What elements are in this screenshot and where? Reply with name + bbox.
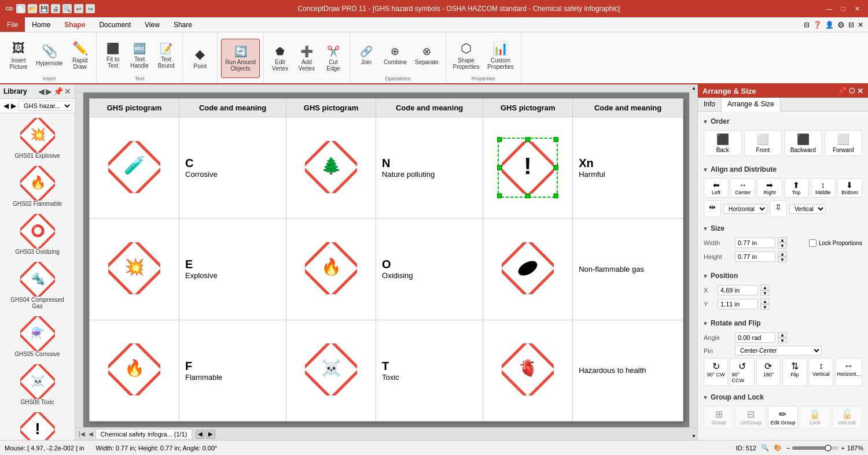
panel-collapse-icon[interactable]: ⊟ [848, 21, 854, 29]
tab-first-btn[interactable]: |◀ [78, 431, 86, 437]
library-left-arrow[interactable]: ◀ [3, 102, 9, 110]
menu-view[interactable]: View [138, 17, 167, 32]
width-input[interactable] [735, 238, 775, 248]
library-item-ghs02[interactable]: 🔥 GHS02 Flammable [6, 164, 69, 209]
menu-home[interactable]: Home [25, 17, 57, 32]
ribbon-collapse-icon[interactable]: ⊟ [804, 21, 810, 29]
text-handle-btn[interactable]: 🔤 TextHandle [127, 36, 152, 75]
width-down-btn[interactable]: ▼ [778, 243, 787, 249]
panel-close-icon-right[interactable]: ✕ [857, 87, 863, 95]
insert-picture-btn[interactable]: 🖼 InsertPicture [6, 36, 31, 75]
angle-up-btn[interactable]: ▲ [778, 332, 787, 338]
fit-to-text-btn[interactable]: ⬛ Fit toText [100, 36, 126, 75]
group-btn[interactable]: ⊞ Group [704, 406, 734, 428]
cell-sym-nature[interactable]: 🌲 [286, 117, 376, 219]
zoom-handle[interactable] [825, 445, 832, 452]
y-input[interactable] [718, 299, 758, 309]
ungroup-btn[interactable]: ⊟ UnGroup [735, 406, 766, 428]
cell-sym-corrosive[interactable]: 🧪 [90, 117, 179, 219]
canvas-scroll-left[interactable] [75, 93, 83, 427]
cell-sym-explosive[interactable]: 💥 [90, 219, 179, 320]
menu-shape[interactable]: Shape [57, 17, 92, 32]
library-item-ghs04[interactable]: 🔩 GHS04 Compressed Gas [6, 260, 69, 312]
cell-sym-flammable[interactable]: 🔥 [90, 320, 179, 421]
color-status-icon[interactable]: 🎨 [774, 444, 782, 452]
section-size-header[interactable]: ▼ Size [701, 222, 865, 235]
search-icon[interactable]: 🔍 [62, 4, 72, 13]
edit-vertex-btn[interactable]: ⬟ EditVertex [267, 39, 293, 78]
custom-properties-btn[interactable]: 📊 CustomProperties [484, 36, 517, 75]
back-btn[interactable]: ⬛ Back [704, 130, 742, 156]
rotate-90cw-btn[interactable]: ↻ 90° CW [704, 358, 728, 386]
library-next-btn[interactable]: ▶ [46, 87, 52, 96]
zoom-bar[interactable] [792, 446, 838, 450]
combine-btn[interactable]: ⊕ Combine [380, 36, 410, 75]
new-icon[interactable]: 📄 [16, 4, 25, 13]
library-item-ghs05[interactable]: ⚗️ GHS05 Corrosive [6, 314, 69, 360]
rotate-90ccw-btn[interactable]: ↺ 90° CCW [730, 358, 754, 386]
cell-sym-toxic[interactable]: ☠️ [286, 320, 376, 421]
library-item-ghs06[interactable]: ☠️ GHS06 Toxic [6, 362, 69, 408]
text-bound-btn[interactable]: 📝 TextBound [153, 36, 179, 75]
x-input[interactable] [718, 285, 758, 295]
rotate-180-btn[interactable]: ⟳ 180° [756, 358, 781, 386]
maximize-btn[interactable]: □ [837, 2, 849, 15]
cell-sym-oxidising[interactable]: 🔥 [286, 219, 376, 320]
library-prev-btn[interactable]: ◀ [38, 87, 45, 96]
library-item-ghs07[interactable]: ! GHS07 [6, 410, 69, 440]
menu-share[interactable]: Share [167, 17, 199, 32]
library-dropdown[interactable]: GHS hazar... [19, 101, 72, 111]
minimize-btn[interactable]: — [823, 2, 836, 15]
open-icon[interactable]: 📂 [28, 4, 37, 13]
y-down-btn[interactable]: ▼ [760, 304, 770, 310]
library-pin-btn[interactable]: 📌 [53, 87, 63, 96]
align-top-btn[interactable]: ⬆ Top [784, 178, 809, 198]
flip-btn[interactable]: ⇅ Flip [782, 358, 807, 386]
vertical-dropdown[interactable]: Vertical [789, 204, 826, 214]
library-item-ghs03[interactable]: ⭕ GHS03 Oxidizing [6, 212, 69, 257]
tab-arrow-right[interactable]: ▶ [206, 430, 215, 439]
doc-tab-chemical[interactable]: Chemical safety infogra... (1/1) [95, 429, 193, 439]
align-bottom-btn[interactable]: ⬇ Bottom [837, 178, 862, 198]
cell-sym-gas[interactable] [483, 219, 573, 320]
tab-info[interactable]: Info [698, 98, 722, 111]
canvas-scroll-right[interactable]: ▼ ▲ [689, 93, 697, 427]
section-position-header[interactable]: ▼ Position [701, 269, 865, 282]
forward-btn[interactable]: ⬜ Forward [825, 130, 863, 156]
align-middle-btn[interactable]: ↕ Middle [811, 178, 836, 198]
tab-prev-btn[interactable]: ◀ [87, 431, 94, 437]
lock-proportions-checkbox[interactable] [809, 239, 816, 247]
search-status-icon[interactable]: 🔍 [761, 444, 769, 452]
panel-close-icon[interactable]: ✕ [858, 21, 863, 29]
unlock-btn[interactable]: 🔓 UnLock [832, 406, 862, 428]
section-rotate-header[interactable]: ▼ Rotate and Flip [701, 317, 865, 330]
print-icon[interactable]: 🖨 [51, 4, 60, 13]
align-right-btn[interactable]: ➡ Right [757, 178, 782, 198]
distribute-horiz-btn[interactable]: ⇹ [704, 200, 721, 217]
cut-edge-btn[interactable]: ✂️ CutEdge [321, 39, 346, 78]
angle-input[interactable] [735, 332, 775, 343]
x-down-btn[interactable]: ▼ [760, 290, 770, 296]
height-down-btn[interactable]: ▼ [778, 257, 787, 262]
zoom-in-btn[interactable]: + [841, 445, 844, 452]
redo-icon[interactable]: ↪ [86, 4, 95, 13]
add-vertex-btn[interactable]: ➕ AddVertex [294, 39, 319, 78]
library-right-arrow[interactable]: ▶ [11, 102, 16, 110]
height-input[interactable] [735, 251, 775, 262]
hypernote-btn[interactable]: 📎 Hypernote [32, 36, 66, 75]
help-icon[interactable]: ❓ [813, 21, 822, 29]
undo-icon[interactable]: ↩ [74, 4, 83, 13]
save-icon-btn[interactable]: 💾 [39, 4, 49, 13]
menu-document[interactable]: Document [92, 17, 138, 32]
backward-btn[interactable]: ⬛ Backward [784, 130, 822, 156]
panel-expand-icon[interactable]: ⬡ [849, 87, 855, 95]
shape-properties-btn[interactable]: ⬡ ShapeProperties [450, 36, 483, 75]
cell-sym-harmful-selected[interactable]: ! [483, 117, 573, 219]
section-align-header[interactable]: ▼ Align and Distribute [701, 163, 865, 176]
flip-vertical-btn[interactable]: ↕ Vertical [809, 358, 833, 386]
front-btn[interactable]: ⬜ Front [744, 130, 782, 156]
rapid-draw-btn[interactable]: ✏️ RapidDraw [67, 36, 93, 75]
align-center-btn[interactable]: ↔ Center [730, 178, 755, 198]
point-btn[interactable]: ◆ Point [187, 39, 213, 78]
panel-pin-icon[interactable]: 📌 [838, 87, 847, 95]
